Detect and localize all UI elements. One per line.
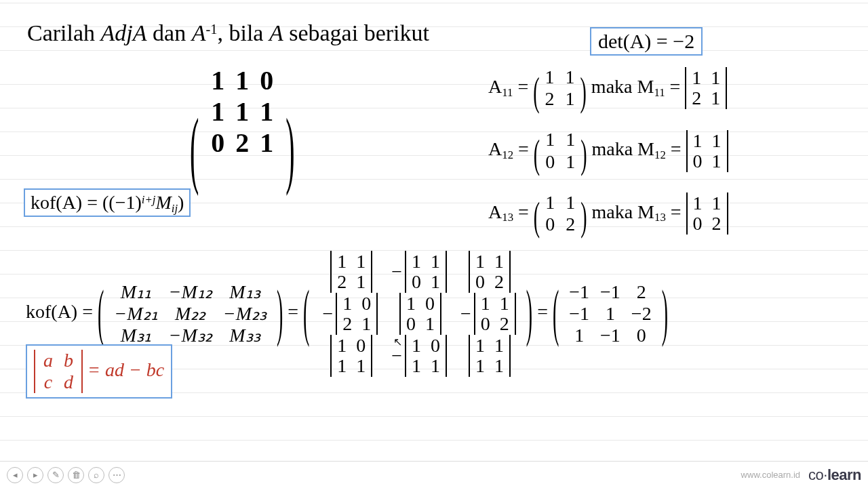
cursor-icon: ↖: [393, 336, 402, 348]
t-ainv: A: [192, 20, 206, 45]
rp3: ): [662, 278, 668, 350]
rparen: ): [285, 97, 294, 199]
brand-logo: co·learn: [808, 466, 861, 484]
kf5: ): [178, 192, 184, 213]
rp2: ): [526, 278, 532, 350]
adbc-rhs: = ad − bc: [87, 359, 164, 380]
kf3: M: [155, 192, 171, 213]
rp: ): [277, 278, 283, 350]
eq1: =: [288, 301, 303, 322]
det-box: det(A) = −2: [590, 27, 703, 56]
lp2: (: [303, 278, 309, 350]
lparen: (: [190, 97, 199, 199]
kf1: kof(A) = ((−1): [31, 192, 142, 213]
t1: Carilah: [27, 20, 101, 45]
adbc-formula-box: abcd = ad − bc: [26, 344, 172, 399]
t-a: A: [269, 20, 283, 45]
footer-url: www.colearn.id: [741, 470, 800, 480]
kf2: i+j: [142, 193, 156, 206]
zoom-icon[interactable]: ⌕: [88, 467, 104, 483]
kofA-label: kof(A) =: [26, 301, 98, 322]
more-icon[interactable]: ⋯: [108, 467, 125, 483]
next-icon[interactable]: ▸: [27, 467, 43, 483]
trash-icon[interactable]: 🗑: [68, 467, 84, 483]
kof-minor-matrix: M₁₁−M₁₂M₁₃−M₂₁M₂₂−M₂₃M₃₁−M₃₂M₃₃: [108, 281, 272, 347]
eq2: =: [537, 301, 553, 322]
prev-icon[interactable]: ◂: [7, 467, 23, 483]
t4: sebagai berikut: [283, 20, 429, 45]
t3: , bila: [217, 20, 269, 45]
t-adj: AdjA: [101, 20, 147, 45]
footer-toolbar: ◂ ▸ ✎ 🗑 ⌕ ⋯ www.colearn.id co·learn: [0, 461, 868, 488]
lp: (: [98, 278, 104, 350]
lesson-canvas: Carilah AdjA dan A-1, bila A sebagai ber…: [0, 0, 868, 461]
matrix-A: ( 110 111 021 ): [190, 65, 295, 159]
result-matrix: −1−12−11−21−10: [564, 281, 656, 347]
det-grid: 1121−11011102−10211001−11021011−10111111: [314, 251, 521, 377]
det-label: det(A) = −2: [598, 30, 694, 52]
minors-list: A11 = (1121) maka M11 = 1121A12 = (1101)…: [488, 66, 728, 254]
kof-formula-box: kof(A) = ((−1)i+jMij): [24, 188, 191, 217]
kf4: ij: [172, 202, 178, 215]
page-title: Carilah AdjA dan A-1, bila A sebagai ber…: [27, 20, 841, 46]
t-ainv-sup: -1: [205, 22, 217, 37]
lp3: (: [553, 278, 559, 350]
pen-icon[interactable]: ✎: [47, 467, 64, 483]
t2: dan: [147, 20, 192, 45]
